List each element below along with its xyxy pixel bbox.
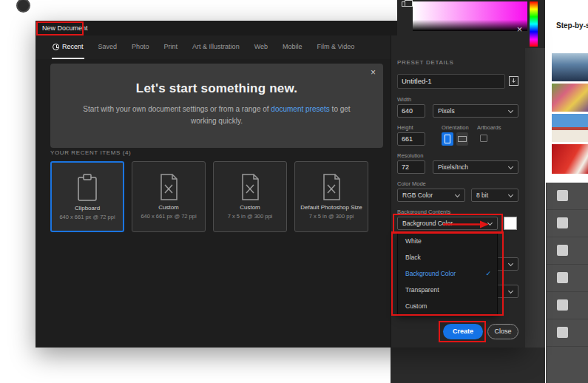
chevron-down-icon <box>508 192 513 197</box>
width-unit-value: Pixels <box>438 107 455 115</box>
save-preset-icon[interactable] <box>508 75 519 89</box>
tab-web[interactable]: Web <box>254 35 268 59</box>
menu-option-transparent[interactable]: Transparent <box>398 282 497 298</box>
photo-thumbnail <box>552 114 588 142</box>
height-label: Height <box>397 124 413 131</box>
width-unit-dropdown[interactable]: Pixels <box>433 104 518 118</box>
tab-art-illustration[interactable]: Art & Illustration <box>192 35 240 59</box>
chevron-down-icon <box>455 192 460 197</box>
chevron-down-icon <box>508 164 513 169</box>
close-icon[interactable]: × <box>514 24 525 35</box>
swatch-icon <box>557 327 568 338</box>
swatch-icon <box>557 217 568 228</box>
background-contents-dropdown[interactable]: Background Color <box>397 217 498 230</box>
swatch-icon <box>557 245 568 256</box>
document-name-input[interactable]: Untitled-1 <box>397 74 505 89</box>
color-mode-value: RGB Color <box>402 192 433 199</box>
preset-details-panel: PRESET DETAILS Untitled-1 Width 640 Pixe… <box>391 35 525 348</box>
document-x-icon <box>132 172 205 203</box>
recent-item-custom-2[interactable]: Custom 7 x 5 in @ 300 ppi <box>213 161 287 232</box>
tab-recent[interactable]: Recent <box>52 35 84 59</box>
tab-label: Art & Illustration <box>192 43 240 50</box>
side-panel <box>546 183 588 383</box>
workspace-panel-strip <box>525 0 545 383</box>
tab-print[interactable]: Print <box>163 35 179 59</box>
recent-item-spec: 640 x 661 px @ 72 ppi <box>132 213 205 220</box>
recent-item-name: Clipboard <box>52 205 123 211</box>
photo-thumbnail <box>552 53 588 81</box>
menu-option-custom[interactable]: Custom <box>398 298 497 314</box>
tab-label: Photo <box>132 43 149 50</box>
resolution-unit-dropdown[interactable]: Pixels/Inch <box>433 160 518 174</box>
photo-thumbnail <box>552 144 588 174</box>
menu-option-white[interactable]: White <box>398 233 497 249</box>
tab-film-video[interactable]: Film & Video <box>317 35 356 59</box>
recent-item-custom-1[interactable]: Custom 640 x 661 px @ 72 ppi <box>132 161 206 232</box>
welcome-title: Let's start something new. <box>50 64 383 96</box>
orientation-label: Orientation <box>442 124 469 131</box>
create-button[interactable]: Create <box>443 324 483 339</box>
width-input[interactable]: 640 <box>397 104 425 118</box>
swatch-icon <box>557 299 568 311</box>
resolution-input[interactable]: 72 <box>397 160 425 174</box>
recent-item-name: Custom <box>214 204 286 211</box>
recent-item-spec: 7 x 5 in @ 300 ppi <box>214 213 286 220</box>
hue-slider <box>530 1 538 47</box>
dialog-main-area: × Let's start something new. Start with … <box>36 59 391 348</box>
recent-item-name: Custom <box>132 204 205 211</box>
color-mode-dropdown[interactable]: RGB Color <box>397 189 465 202</box>
panel-row <box>547 265 588 292</box>
recent-items-grid: Clipboard 640 x 661 px @ 72 ppi Custom 6… <box>50 161 368 232</box>
chevron-down-icon <box>508 261 513 266</box>
swatch-icon <box>557 190 568 201</box>
checkmark-icon: ✓ <box>485 265 491 282</box>
chevron-down-icon <box>508 288 513 294</box>
tab-label: Saved <box>98 43 118 50</box>
welcome-text: Start with your own document settings or… <box>79 104 354 126</box>
new-document-dialog: New Document Recent Saved Photo Print Ar… <box>36 21 525 348</box>
layers-icon <box>402 1 408 7</box>
background-color-swatch[interactable] <box>504 217 517 230</box>
recent-item-clipboard[interactable]: Clipboard 640 x 661 px @ 72 ppi <box>50 161 124 232</box>
welcome-banner: × Let's start something new. Start with … <box>50 64 383 148</box>
clock-icon <box>53 44 59 50</box>
menu-option-label: Background Color <box>405 270 456 277</box>
chevron-down-icon <box>487 220 493 226</box>
portrait-orientation-icon[interactable] <box>442 132 453 146</box>
dialog-title: New Document <box>42 24 88 32</box>
height-input[interactable]: 661 <box>397 132 425 146</box>
tab-photo[interactable]: Photo <box>131 35 150 59</box>
preset-details-header: PRESET DETAILS <box>397 59 454 66</box>
chevron-down-icon <box>508 108 513 113</box>
tab-label: Mobile <box>283 43 303 50</box>
background-contents-menu: White Black Background Color ✓ Transpare… <box>397 232 498 315</box>
photo-thumbnail <box>552 84 588 112</box>
resolution-label: Resolution <box>397 152 423 159</box>
panel-row <box>547 183 588 210</box>
panel-row <box>547 319 588 347</box>
step-panel-title: Step-by-s <box>556 21 588 30</box>
panel-row <box>547 210 588 237</box>
close-button[interactable]: Close <box>487 324 518 339</box>
recent-items-header: YOUR RECENT ITEMS (4) <box>50 149 131 156</box>
artboards-label: Artboards <box>477 124 501 131</box>
artboards-checkbox[interactable] <box>480 135 487 142</box>
tab-mobile[interactable]: Mobile <box>282 35 303 59</box>
panel-row <box>547 237 588 265</box>
recent-item-default-photoshop-size[interactable]: Default Photoshop Size 7 x 5 in @ 300 pp… <box>294 161 368 232</box>
menu-option-black[interactable]: Black <box>398 249 497 265</box>
bit-depth-dropdown[interactable]: 8 bit <box>471 189 518 202</box>
recent-item-name: Default Photoshop Size <box>295 204 368 211</box>
recent-item-spec: 640 x 661 px @ 72 ppi <box>52 214 123 220</box>
panel-row <box>547 292 588 319</box>
color-gradient-field <box>413 1 527 31</box>
landscape-orientation-icon[interactable] <box>456 132 468 146</box>
tab-saved[interactable]: Saved <box>98 35 118 59</box>
document-presets-link[interactable]: document presets <box>271 105 330 113</box>
page: Step-by-s New Document Recent Saved Phot… <box>0 0 588 383</box>
menu-option-background-color[interactable]: Background Color ✓ <box>398 265 497 282</box>
close-icon[interactable]: × <box>371 67 376 78</box>
background-contents-label: Background Contents <box>397 209 450 215</box>
avatar <box>16 0 30 13</box>
welcome-text-before: Start with your own document settings or… <box>83 105 271 113</box>
